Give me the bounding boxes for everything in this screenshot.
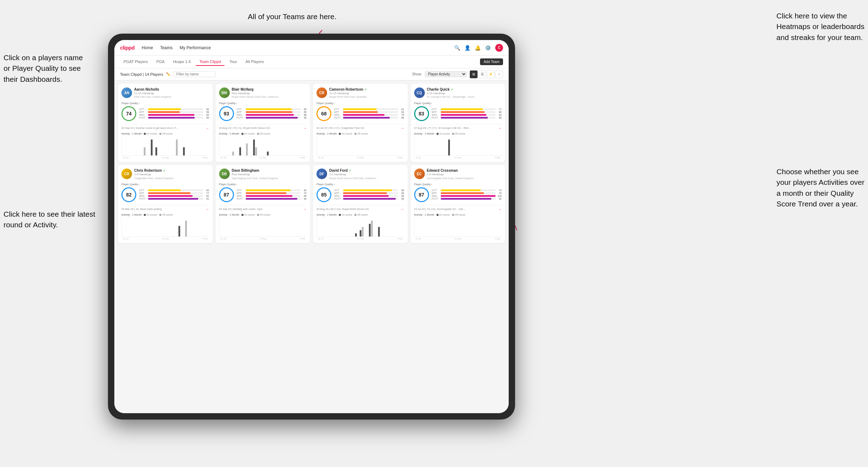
- sort-button[interactable]: ↕: [495, 70, 503, 78]
- quality-circle-aaron[interactable]: 74: [121, 106, 136, 121]
- add-team-button[interactable]: Add Team: [480, 58, 503, 65]
- filter-input[interactable]: [173, 71, 216, 77]
- ipad-screen: clippd Home Teams My Performance 🔍 👤 🔔 ⚙…: [114, 40, 509, 413]
- player-avatar-blair: BM: [219, 87, 230, 98]
- nav-link-myperformance[interactable]: My Performance: [180, 45, 211, 50]
- tab-pgat-players[interactable]: PGAT Players: [120, 58, 152, 66]
- player-handicap-blair: Plus Handicap: [232, 92, 307, 95]
- round-arrow-david[interactable]: →: [401, 207, 404, 211]
- latest-round-edward[interactable]: 19 Jul 23 | 74 (+4), Sunningdale GC - Ol…: [414, 205, 502, 211]
- filter-button[interactable]: ⚡: [487, 70, 495, 78]
- latest-round-blair[interactable]: 26 Aug 23 | 73 (+1), Royal North Devon G…: [219, 124, 307, 130]
- quality-circle-blair[interactable]: 93: [219, 106, 234, 121]
- quality-circle-dave[interactable]: 87: [219, 187, 234, 202]
- player-avatar-david: DF: [316, 169, 327, 179]
- chart-area-chris: [121, 217, 209, 237]
- chart-area-charlie: [414, 136, 502, 156]
- nav-link-home[interactable]: Home: [142, 45, 153, 50]
- tab-tour[interactable]: Tour: [226, 58, 240, 66]
- quality-circle-david[interactable]: 85: [316, 187, 331, 202]
- tab-pga[interactable]: PGA: [153, 58, 168, 66]
- player-card-chris[interactable]: CR Chris Robertson ✓ 1-5 Handicap Craigm…: [118, 165, 213, 243]
- settings-icon[interactable]: ⚙️: [485, 45, 491, 51]
- player-club-david: Royal North Devon Golf Club, United Ki..…: [329, 177, 404, 180]
- player-card-edward[interactable]: EC Edward Crossman 1-5 Handicap Sunningd…: [411, 165, 506, 243]
- player-name-david[interactable]: David Ford ✓: [329, 169, 404, 173]
- bell-icon[interactable]: 🔔: [475, 45, 481, 51]
- round-arrow-edward[interactable]: →: [498, 207, 502, 211]
- tab-hcaps[interactable]: Hcaps 1-5: [170, 58, 194, 66]
- player-handicap-charlie: 6-10 Handicap: [427, 92, 502, 95]
- player-handicap-cameron: 11-15 Handicap: [329, 92, 404, 95]
- latest-round-charlie[interactable]: 07 Aug 23 | 77 (+7), St George's Hill GC…: [414, 124, 502, 130]
- latest-round-aaron[interactable]: 02 Sep 23 | Sunrise round to get back in…: [121, 124, 209, 130]
- player-avatar-cameron: CR: [316, 87, 327, 98]
- user-icon[interactable]: 👤: [464, 45, 470, 51]
- edit-icon[interactable]: ✏️: [166, 72, 170, 76]
- round-arrow-dave[interactable]: →: [303, 207, 307, 211]
- player-name-blair[interactable]: Blair McHarg: [232, 87, 307, 92]
- player-card-david[interactable]: DF David Ford ✓ 1-5 Handicap Royal North…: [313, 165, 408, 243]
- nav-link-teams[interactable]: Teams: [160, 45, 172, 50]
- round-arrow-aaron[interactable]: →: [206, 126, 209, 130]
- player-club-dave: Sag Maging Golf Club, United Kingdom: [232, 177, 307, 180]
- player-name-cameron[interactable]: Cameron Robertson ✓: [329, 87, 404, 92]
- tab-all-players[interactable]: All Players: [242, 58, 268, 66]
- player-card-blair[interactable]: BM Blair McHarg Plus Handicap Royal Nort…: [216, 84, 310, 162]
- search-icon[interactable]: 🔍: [454, 45, 460, 51]
- chart-area-dave: [219, 217, 307, 237]
- navbar: clippd Home Teams My Performance 🔍 👤 🔔 ⚙…: [114, 40, 509, 56]
- player-club-edward: Sunningdale Golf Club, United Kingdom: [427, 177, 502, 180]
- player-handicap-aaron: 11-15 Handicap: [134, 92, 209, 95]
- player-name-edward[interactable]: Edward Crossman: [427, 169, 502, 173]
- player-name-aaron[interactable]: Aaron Nicholls: [134, 87, 209, 92]
- list-view-button[interactable]: ☰: [478, 70, 486, 78]
- grid-view-button[interactable]: ⊞: [470, 70, 478, 78]
- annotation-right-bottom: Choose whether you seeyour players Activ…: [776, 166, 864, 210]
- player-handicap-edward: 1-5 Handicap: [427, 173, 502, 176]
- player-club-cameron: Royal Perth Golf Club, Australia: [329, 95, 404, 99]
- chart-area-blair: [219, 136, 307, 156]
- tab-team-clippd[interactable]: Team Clippd: [196, 58, 224, 66]
- quality-circle-chris[interactable]: 82: [121, 187, 136, 202]
- player-grid: AN Aaron Nicholls 11-15 Handicap Drift G…: [118, 84, 505, 243]
- round-arrow-cameron[interactable]: →: [401, 126, 404, 130]
- player-club-charlie: St. George's Hill GC - Weybridge - Surre…: [427, 95, 502, 99]
- player-handicap-chris: 1-5 Handicap: [134, 173, 209, 176]
- sub-tabs: PGAT Players PGA Hcaps 1-5 Team Clippd T…: [114, 56, 509, 68]
- player-name-chris[interactable]: Chris Robertson ✓: [134, 169, 209, 173]
- player-avatar-edward: EC: [414, 169, 425, 179]
- annotation-top-right: Click here to view theHeatmaps or leader…: [776, 11, 864, 43]
- player-name-dave[interactable]: Dave Billingham: [232, 169, 307, 173]
- latest-round-cameron[interactable]: 02 Jul 23 | 59 (+17), Craigmillar Park G…: [316, 124, 404, 130]
- player-name-charlie[interactable]: Charlie Quick ✓: [427, 87, 502, 92]
- quality-circle-charlie[interactable]: 83: [414, 106, 429, 121]
- chart-area-cameron: [316, 136, 404, 156]
- ipad-frame: clippd Home Teams My Performance 🔍 👤 🔔 ⚙…: [108, 34, 515, 420]
- round-arrow-chris[interactable]: →: [206, 207, 209, 211]
- grid-area: AN Aaron Nicholls 11-15 Handicap Drift G…: [114, 80, 509, 413]
- latest-round-chris[interactable]: 03 Mar 23 | 19, Must make putting →: [121, 205, 209, 211]
- toolbar: Team Clippd | 14 Players ✏️ Show: Player…: [114, 68, 509, 80]
- latest-round-david[interactable]: 26 Aug 23 | 84 (+12), Royal North Devon …: [316, 205, 404, 211]
- player-card-aaron[interactable]: AN Aaron Nicholls 11-15 Handicap Drift G…: [118, 84, 213, 162]
- quality-circle-edward[interactable]: 87: [414, 187, 429, 202]
- annotation-left-bottom: Click here to see their latestround or A…: [4, 209, 95, 230]
- player-club-aaron: Drift Golf Club, United Kingdom: [134, 95, 209, 99]
- nav-icons: 🔍 👤 🔔 ⚙️ C: [454, 44, 503, 52]
- chart-area-aaron: [121, 136, 209, 156]
- player-card-dave[interactable]: DB Dave Billingham Plus Handicap Sag Mag…: [216, 165, 310, 243]
- view-icons: ⊞ ☰ ⚡ ↕: [470, 70, 503, 78]
- player-handicap-dave: Plus Handicap: [232, 173, 307, 176]
- player-avatar-charlie: CQ: [414, 87, 425, 98]
- latest-round-dave[interactable]: 04 Sep 23 | Mobility with coach, Gym →: [219, 205, 307, 211]
- show-select[interactable]: Player Activity Quality Score Trend: [425, 71, 467, 77]
- round-arrow-charlie[interactable]: →: [498, 126, 502, 130]
- player-handicap-david: 1-5 Handicap: [329, 173, 404, 176]
- player-avatar-dave: DB: [219, 169, 230, 179]
- quality-circle-cameron[interactable]: 68: [316, 106, 331, 121]
- avatar[interactable]: C: [495, 44, 503, 52]
- round-arrow-blair[interactable]: →: [303, 126, 307, 130]
- player-card-charlie[interactable]: CQ Charlie Quick ✓ 6-10 Handicap St. Geo…: [411, 84, 506, 162]
- player-card-cameron[interactable]: CR Cameron Robertson ✓ 11-15 Handicap Ro…: [313, 84, 408, 162]
